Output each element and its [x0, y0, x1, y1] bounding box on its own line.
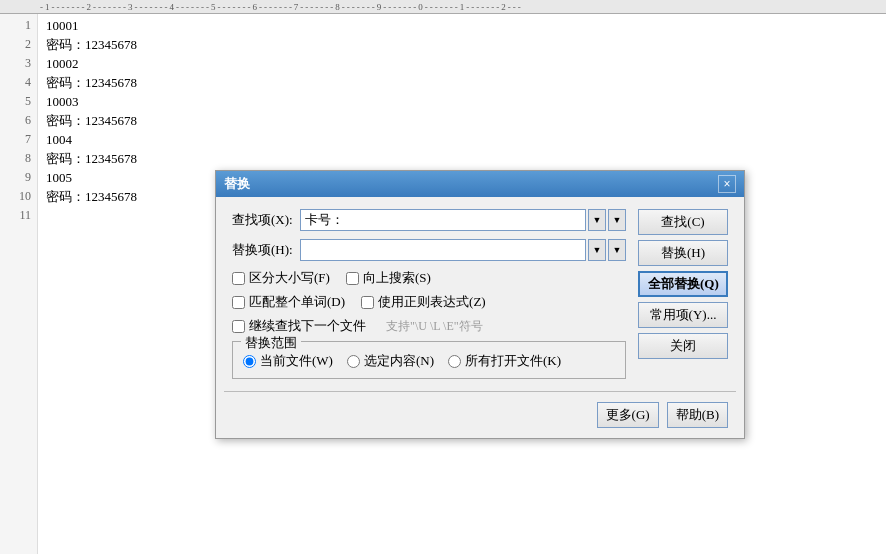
line-number: 1	[0, 16, 31, 35]
find-button[interactable]: 查找(C)	[638, 209, 728, 235]
find-dropdown-btn[interactable]: ▼	[588, 209, 606, 231]
line-number: 3	[0, 54, 31, 73]
replace-label: 替换项(H):	[232, 241, 294, 259]
scope-selection[interactable]: 选定内容(N)	[347, 352, 434, 370]
continue-search-checkbox[interactable]	[232, 320, 245, 333]
scope-current-label: 当前文件(W)	[260, 352, 333, 370]
use-regex-option[interactable]: 使用正则表达式(Z)	[361, 293, 486, 311]
line: 1004	[46, 130, 137, 149]
scope-selection-label: 选定内容(N)	[364, 352, 434, 370]
whole-word-label: 匹配整个单词(D)	[249, 293, 345, 311]
options-row-3: 继续查找下一个文件 支持"\U \L \E"符号	[232, 317, 626, 335]
options-area: 区分大小写(F) 向上搜索(S) 匹配整个单词(D)	[232, 269, 626, 335]
find-extra-btn[interactable]: ▼	[608, 209, 626, 231]
line: 1005	[46, 168, 137, 187]
dialog-right-buttons: 查找(C) 替换(H) 全部替换(Q) 常用项(Y)... 关闭	[638, 209, 728, 379]
case-sensitive-option[interactable]: 区分大小写(F)	[232, 269, 330, 287]
text-content: 10001密码：1234567810002密码：1234567810003密码：…	[38, 14, 145, 554]
continue-search-option[interactable]: 继续查找下一个文件	[232, 317, 366, 335]
line-number: 8	[0, 149, 31, 168]
line: 密码：12345678	[46, 149, 137, 168]
dialog-titlebar: 替换 ×	[216, 171, 744, 197]
scope-current-radio[interactable]	[243, 355, 256, 368]
more-button[interactable]: 更多(G)	[597, 402, 659, 428]
special-chars-text: 支持"\U \L \E"符号	[386, 318, 483, 335]
continue-search-label: 继续查找下一个文件	[249, 317, 366, 335]
dialog-body: 查找项(X): ▼ ▼ 替换项(H): ▼ ▼	[216, 197, 744, 391]
close-button[interactable]: 关闭	[638, 333, 728, 359]
line: 密码：12345678	[46, 111, 137, 130]
line-number: 10	[0, 187, 31, 206]
line-number: 2	[0, 35, 31, 54]
ruler: -1-------2-------3-------4-------5------…	[0, 0, 886, 14]
scope-all-open[interactable]: 所有打开文件(K)	[448, 352, 561, 370]
scope-group: 替换范围 当前文件(W) 选定内容(N) 所有打开文件(K)	[232, 341, 626, 379]
help-button[interactable]: 帮助(B)	[667, 402, 728, 428]
find-row: 查找项(X): ▼ ▼	[232, 209, 626, 231]
search-up-option[interactable]: 向上搜索(S)	[346, 269, 431, 287]
replace-dialog: 替换 × 查找项(X): ▼ ▼ 替换项(H):	[215, 170, 745, 439]
find-input[interactable]	[300, 209, 586, 231]
replace-extra-btn[interactable]: ▼	[608, 239, 626, 261]
scope-current[interactable]: 当前文件(W)	[243, 352, 333, 370]
line-number: 4	[0, 73, 31, 92]
replace-all-button[interactable]: 全部替换(Q)	[638, 271, 728, 297]
options-row-1: 区分大小写(F) 向上搜索(S)	[232, 269, 626, 287]
close-icon[interactable]: ×	[718, 175, 736, 193]
common-button[interactable]: 常用项(Y)...	[638, 302, 728, 328]
find-label: 查找项(X):	[232, 211, 294, 229]
dialog-divider	[224, 391, 736, 392]
options-row-2: 匹配整个单词(D) 使用正则表达式(Z)	[232, 293, 626, 311]
replace-button[interactable]: 替换(H)	[638, 240, 728, 266]
line: 10001	[46, 16, 137, 35]
use-regex-label: 使用正则表达式(Z)	[378, 293, 486, 311]
dialog-title: 替换	[224, 175, 250, 193]
line: 密码：12345678	[46, 73, 137, 92]
replace-dropdown-btn[interactable]: ▼	[588, 239, 606, 261]
scope-radios: 当前文件(W) 选定内容(N) 所有打开文件(K)	[243, 352, 615, 370]
scope-all-open-radio[interactable]	[448, 355, 461, 368]
replace-row: 替换项(H): ▼ ▼	[232, 239, 626, 261]
line-number: 11	[0, 206, 31, 225]
scope-selection-radio[interactable]	[347, 355, 360, 368]
case-sensitive-label: 区分大小写(F)	[249, 269, 330, 287]
replace-input-wrap: ▼ ▼	[300, 239, 626, 261]
bottom-row: 更多(G) 帮助(B)	[216, 398, 744, 438]
line-number: 7	[0, 130, 31, 149]
search-up-checkbox[interactable]	[346, 272, 359, 285]
scope-legend: 替换范围	[241, 334, 301, 352]
whole-word-option[interactable]: 匹配整个单词(D)	[232, 293, 345, 311]
line: 密码：12345678	[46, 35, 137, 54]
use-regex-checkbox[interactable]	[361, 296, 374, 309]
replace-input[interactable]	[300, 239, 586, 261]
search-up-label: 向上搜索(S)	[363, 269, 431, 287]
line: 10002	[46, 54, 137, 73]
line-number: 9	[0, 168, 31, 187]
whole-word-checkbox[interactable]	[232, 296, 245, 309]
line-number: 5	[0, 92, 31, 111]
line-numbers: 1234567891011	[0, 14, 38, 554]
line-number: 6	[0, 111, 31, 130]
find-input-wrap: ▼ ▼	[300, 209, 626, 231]
dialog-left: 查找项(X): ▼ ▼ 替换项(H): ▼ ▼	[232, 209, 626, 379]
scope-all-open-label: 所有打开文件(K)	[465, 352, 561, 370]
line: 密码：12345678	[46, 187, 137, 206]
line: 10003	[46, 92, 137, 111]
case-sensitive-checkbox[interactable]	[232, 272, 245, 285]
